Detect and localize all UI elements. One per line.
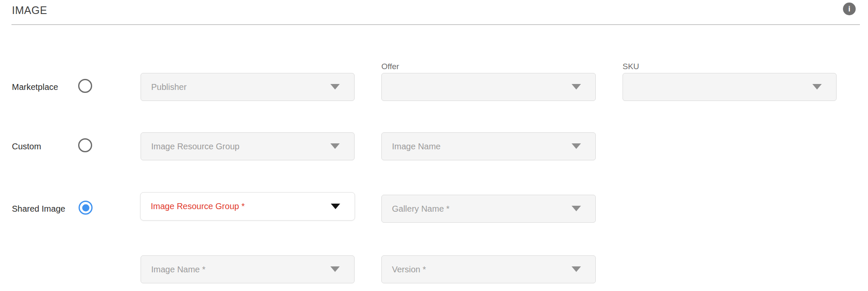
- shared-image-resource-group-dropdown[interactable]: Image Resource Group *: [140, 192, 355, 221]
- custom-image-name-dropdown[interactable]: Image Name: [381, 132, 596, 160]
- shared-gallery-name-placeholder: Gallery Name *: [392, 204, 450, 214]
- chevron-down-icon: [330, 266, 340, 272]
- info-icon[interactable]: i: [843, 3, 856, 15]
- shared-image-name-dropdown[interactable]: Image Name *: [141, 255, 355, 283]
- shared-image-name-placeholder: Image Name *: [151, 265, 206, 274]
- image-form-section: IMAGE i Marketplace Publisher Offer SKU …: [0, 0, 868, 291]
- shared-gallery-name-dropdown[interactable]: Gallery Name *: [381, 195, 596, 223]
- offer-label: Offer: [381, 62, 399, 71]
- radio-custom[interactable]: [78, 138, 92, 152]
- publisher-dropdown[interactable]: Publisher: [141, 73, 355, 101]
- chevron-down-icon: [572, 206, 581, 211]
- chevron-down-icon: [331, 204, 340, 209]
- custom-image-name-placeholder: Image Name: [392, 142, 441, 151]
- section-title: IMAGE: [12, 4, 47, 17]
- offer-dropdown[interactable]: [381, 73, 596, 101]
- custom-image-resource-group-dropdown[interactable]: Image Resource Group: [141, 132, 355, 160]
- info-glyph: i: [848, 5, 850, 14]
- sku-dropdown[interactable]: [623, 73, 837, 101]
- radio-label-shared-image: Shared Image: [12, 204, 65, 213]
- shared-image-resource-group-placeholder: Image Resource Group *: [151, 201, 245, 211]
- sku-label: SKU: [623, 62, 639, 71]
- radio-marketplace[interactable]: [78, 79, 92, 93]
- chevron-down-icon: [330, 143, 340, 149]
- radio-label-marketplace: Marketplace: [12, 82, 58, 92]
- shared-version-placeholder: Version *: [392, 265, 426, 274]
- radio-label-custom: Custom: [12, 142, 41, 151]
- custom-image-resource-group-placeholder: Image Resource Group: [151, 142, 240, 151]
- chevron-down-icon: [572, 143, 581, 149]
- radio-shared-image[interactable]: [79, 201, 93, 215]
- chevron-down-icon: [572, 266, 581, 272]
- publisher-placeholder: Publisher: [151, 82, 186, 92]
- chevron-down-icon: [812, 84, 822, 90]
- chevron-down-icon: [572, 84, 581, 90]
- chevron-down-icon: [330, 84, 340, 90]
- shared-version-dropdown[interactable]: Version *: [381, 255, 596, 283]
- divider: [11, 24, 860, 25]
